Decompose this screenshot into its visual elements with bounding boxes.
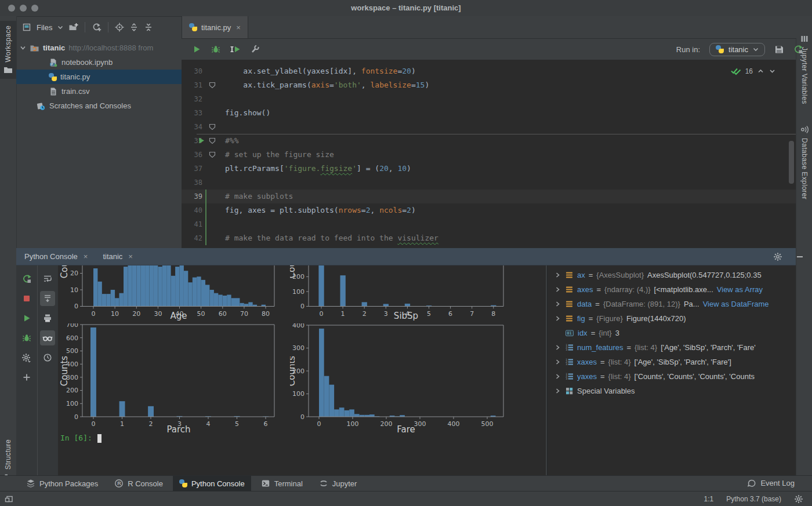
run-button[interactable] — [192, 45, 201, 54]
code-line-35[interactable]: 35#%% — [182, 134, 796, 148]
code-line-41[interactable]: 41 — [182, 217, 796, 231]
tool-window-button-workspace[interactable]: Workspace — [0, 21, 16, 79]
new-console-button[interactable] — [19, 370, 34, 385]
variable-row-idx[interactable]: 01idx = {int} 3 — [548, 326, 796, 340]
next-problem-icon[interactable] — [768, 67, 776, 75]
variable-row-fig[interactable]: fig = {Figure} Figure(1440x720) — [548, 311, 796, 326]
locate-file-button[interactable] — [115, 23, 124, 32]
close-tab-icon[interactable]: × — [236, 23, 241, 32]
variable-row-num-features[interactable]: 123num_features = {list: 4} ['Age', 'Sib… — [548, 340, 796, 355]
run-cell-gutter-icon[interactable] — [198, 137, 205, 144]
svg-text:0: 0 — [300, 413, 304, 421]
print-button[interactable] — [40, 311, 55, 326]
bottom-tab-jupyter[interactable]: Jupyter — [313, 476, 364, 492]
chevron-down-icon[interactable] — [57, 25, 63, 30]
console-tab-python-console[interactable]: Python Console× — [24, 252, 88, 261]
bottom-tab-python-console[interactable]: Python Console — [173, 476, 251, 492]
expand-chevron-icon[interactable] — [553, 373, 561, 380]
code-line-31[interactable]: 31 ax.tick_params(axis='both', labelsize… — [182, 78, 796, 92]
cell-guard-icon — [209, 82, 216, 89]
event-log-button[interactable]: Event Log — [747, 475, 795, 491]
svg-text:100: 100 — [347, 420, 359, 428]
expand-chevron-icon[interactable] — [553, 359, 561, 365]
svg-text:50: 50 — [197, 310, 205, 318]
tree-item-notebook-ipynb[interactable]: IPnotebook.ipynb — [16, 55, 182, 70]
code-line-36[interactable]: 36# set up the figure size — [182, 148, 796, 162]
scroll-to-end-button[interactable] — [40, 291, 55, 306]
bottom-tab-python-packages[interactable]: Python Packages — [20, 476, 104, 492]
expand-all-button[interactable] — [129, 23, 139, 32]
variable-row-axes[interactable]: axes = {ndarray: (4,)} [<matplotlib.axe.… — [548, 282, 796, 297]
tree-item-project-root[interactable]: titanichttp://localhost:8888 from — [16, 41, 182, 55]
variable-row-yaxes[interactable]: 123yaxes = {list: 4} ['Counts', 'Counts'… — [548, 369, 796, 384]
rerun-console-button[interactable] — [19, 271, 34, 286]
expand-chevron-icon[interactable] — [553, 388, 561, 394]
sibsp-histogram: 0100200012345678SibSpCounts — [290, 265, 546, 323]
svg-text:200: 200 — [380, 420, 393, 428]
show-variables-button[interactable] — [40, 330, 55, 345]
code-editor[interactable]: 30 ax.set_ylabel(yaxes[idx], fontsize=20… — [182, 60, 796, 248]
variable-row-data[interactable]: data = {DataFrame: (891, 12)} Pa...View … — [548, 297, 796, 311]
status-settings-icon[interactable] — [794, 494, 804, 504]
close-tab-icon[interactable]: × — [84, 252, 88, 261]
prev-problem-icon[interactable] — [757, 67, 764, 75]
restart-kernel-button[interactable] — [793, 45, 803, 54]
code-line-37[interactable]: 37plt.rcParams['figure.figsize'] = (20, … — [182, 162, 796, 176]
code-line-33[interactable]: 33fig.show() — [182, 106, 796, 120]
tool-window-button-database-explorer[interactable]: Database Explorer — [796, 121, 812, 204]
close-tab-icon[interactable]: × — [128, 252, 133, 261]
expand-chevron-icon[interactable] — [553, 272, 561, 278]
debug-button[interactable] — [211, 45, 220, 54]
save-button[interactable] — [774, 45, 784, 54]
code-line-32[interactable]: 32 — [182, 92, 796, 106]
variable-row-xaxes[interactable]: 123xaxes = {list: 4} ['Age', 'SibSp', 'P… — [548, 355, 796, 369]
attach-debugger-button[interactable] — [19, 330, 34, 345]
expand-chevron-icon[interactable] — [553, 301, 561, 307]
settings-wrench-button[interactable] — [251, 45, 260, 54]
editor-scrollbar[interactable] — [789, 141, 794, 184]
interpreter-selector[interactable]: Python 3.7 (base) — [726, 495, 781, 503]
svg-text:10: 10 — [111, 310, 119, 318]
svg-text:700: 700 — [66, 323, 78, 329]
toggle-tool-windows-icon[interactable] — [5, 494, 14, 504]
tree-item-titanic-py[interactable]: titanic.py — [16, 70, 182, 84]
collapse-all-button[interactable] — [144, 23, 153, 32]
console-options-button[interactable] — [19, 350, 34, 365]
variable-view-link[interactable]: View as Array — [717, 285, 763, 294]
soft-wrap-button[interactable] — [40, 271, 55, 286]
inspection-status[interactable]: 16 — [731, 67, 776, 75]
new-folder-button[interactable] — [68, 23, 78, 32]
files-view-selector[interactable]: Files — [37, 23, 52, 32]
resume-button[interactable] — [19, 311, 34, 326]
console-output[interactable]: In [6]: 0102001020304050607080AgeCounts0… — [58, 265, 546, 475]
stop-button[interactable] — [19, 291, 34, 306]
bottom-tab-r-console[interactable]: RR Console — [108, 476, 169, 492]
console-tab-titanic[interactable]: titanic× — [103, 252, 133, 261]
run-environment-dropdown[interactable]: titanic — [709, 43, 765, 56]
svg-text:1: 1 — [120, 420, 124, 428]
refresh-button[interactable] — [92, 23, 102, 32]
tree-item-train-csv[interactable]: train.csv — [16, 84, 182, 99]
run-cell-button[interactable] — [230, 45, 241, 54]
expand-chevron-icon[interactable] — [553, 315, 561, 322]
code-line-39[interactable]: 39# make subplots — [182, 190, 796, 203]
variable-row-ax[interactable]: ax = {AxesSubplot} AxesSubplot(0.547727,… — [548, 268, 796, 282]
caret-position[interactable]: 1:1 — [704, 495, 714, 503]
history-button[interactable] — [40, 350, 55, 365]
code-line-42[interactable]: 42# make the data read to feed into the … — [182, 231, 796, 245]
console-prompt-line[interactable]: In [6]: — [60, 434, 102, 443]
variable-row-special-variables[interactable]: Special Variables — [548, 384, 796, 398]
tree-item-scratches-and-consoles[interactable]: Scratches and Consoles — [16, 99, 182, 113]
expand-chevron-icon[interactable] — [553, 286, 561, 293]
expand-chevron-icon[interactable] — [553, 344, 561, 351]
pycharm-window: workspace – titanic.py [titanic] Workspa… — [0, 0, 812, 506]
code-line-40[interactable]: 40fig, axes = plt.subplots(nrows=2, ncol… — [182, 203, 796, 217]
hide-console-icon[interactable] — [796, 253, 804, 261]
code-line-34[interactable]: 34 — [182, 120, 796, 134]
code-line-38[interactable]: 38 — [182, 176, 796, 190]
console-settings-icon[interactable] — [773, 252, 783, 262]
code-line-30[interactable]: 30 ax.set_ylabel(yaxes[idx], fontsize=20… — [182, 64, 796, 78]
bottom-tab-terminal[interactable]: Terminal — [255, 476, 309, 492]
variable-view-link[interactable]: View as DataFrame — [703, 300, 769, 308]
editor-tab-titanic-py[interactable]: titanic.py × — [182, 16, 248, 38]
